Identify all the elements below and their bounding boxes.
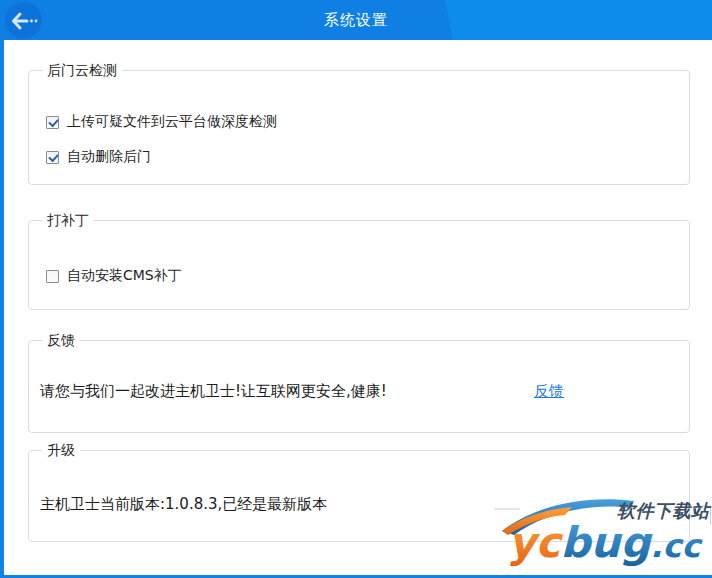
section-legend: 打补丁 — [42, 211, 94, 230]
section-legend: 后门云检测 — [42, 61, 122, 80]
section-patching: 打补丁 自动安装CMS补丁 — [28, 220, 690, 310]
page-title: 系统设置 — [0, 0, 712, 40]
watermark-brand-cc: .cc — [650, 527, 703, 565]
checkbox-row-auto-delete-backdoor[interactable]: 自动删除后门 — [46, 147, 151, 167]
checkbox-row-upload-suspicious[interactable]: 上传可疑文件到云平台做深度检测 — [46, 112, 277, 132]
ycbug-watermark: 软件下载站 ycbug.cc — [494, 493, 712, 575]
ycbug-logo: 软件下载站 ycbug.cc — [494, 493, 712, 571]
section-legend: 升级 — [42, 441, 80, 460]
section-feedback: 反馈 请您与我们一起改进主机卫士!让互联网更安全,健康! 反馈 — [28, 340, 690, 433]
settings-panel: 后门云检测 上传可疑文件到云平台做深度检测 自动删除后门 打补丁 自动安装CMS… — [0, 40, 712, 578]
feedback-link[interactable]: 反馈 — [534, 381, 564, 401]
app-window: 系统设置 后门云检测 上传可疑文件到云平台做深度检测 自动删除后门 打补丁 自动… — [0, 0, 712, 578]
checkbox-label: 上传可疑文件到云平台做深度检测 — [67, 113, 277, 131]
watermark-brand-yc: yc — [508, 518, 563, 567]
feedback-message: 请您与我们一起改进主机卫士!让互联网更安全,健康! — [40, 381, 387, 401]
section-legend: 反馈 — [42, 331, 80, 350]
checkbox-icon — [46, 116, 59, 129]
checkbox-label: 自动安装CMS补丁 — [67, 267, 182, 285]
section-backdoor-cloud-detection: 后门云检测 上传可疑文件到云平台做深度检测 自动删除后门 — [28, 70, 690, 185]
checkbox-label: 自动删除后门 — [67, 148, 151, 166]
titlebar: 系统设置 — [0, 0, 712, 40]
version-status-text: 主机卫士当前版本:1.0.8.3,已经是最新版本 — [40, 494, 327, 514]
svg-text:ycbug.cc: ycbug.cc — [508, 518, 703, 567]
checkbox-icon — [46, 151, 59, 164]
watermark-brand-bug: bug — [560, 518, 653, 567]
checkbox-row-auto-install-cms-patch[interactable]: 自动安装CMS补丁 — [46, 266, 182, 286]
checkbox-icon — [46, 270, 59, 283]
